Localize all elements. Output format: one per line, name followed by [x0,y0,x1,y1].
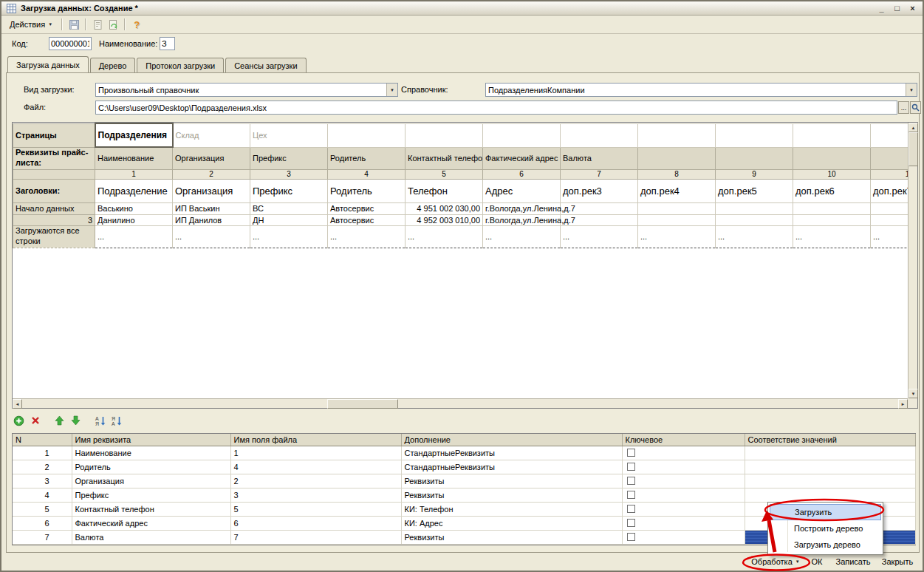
column-number[interactable]: 11 [871,169,908,179]
data-cell[interactable]: г.Вологда,ул.Ленина,д.7 [483,214,561,225]
key-checkbox[interactable] [627,491,635,499]
attr-header-cell[interactable]: Контактный телефон [405,147,483,169]
heading-cell[interactable]: доп.рек3 [561,179,638,202]
combo-dropdown-button[interactable]: ▼ [386,84,397,96]
scroll-left-icon[interactable]: ◄ [13,399,22,409]
add-row-button[interactable] [13,415,25,427]
addition-cell[interactable]: СтандартныеРеквизиты [401,460,622,474]
ellipsis-cell[interactable]: ... [871,225,908,248]
key-cell[interactable] [622,460,745,474]
tab-load-sessions[interactable]: Сеансы загрузки [225,58,306,72]
vertical-scrollbar[interactable]: ▲ ▼ [908,123,917,398]
table-row[interactable]: 4 Префикс 3 Реквизиты [13,488,915,502]
attr-name-cell[interactable]: Префикс [72,488,230,502]
data-cell[interactable] [716,202,793,214]
attr-header-cell[interactable]: Организация [173,147,250,169]
data-cell[interactable]: ИП Данилов [173,214,250,225]
attr-header-cell[interactable] [871,147,908,169]
ellipsis-cell[interactable]: ... [173,225,250,248]
sheet-page-tab-active[interactable]: Подразделения [95,123,173,147]
ellipsis-cell[interactable]: ... [95,225,173,248]
ellipsis-cell[interactable]: ... [561,225,638,248]
heading-cell[interactable]: Префикс [250,179,328,202]
ellipsis-cell[interactable]: ... [638,225,716,248]
file-field-cell[interactable]: 6 [230,516,401,530]
row-number[interactable]: 7 [13,530,72,544]
key-cell[interactable] [622,502,745,516]
row-number[interactable]: 5 [13,502,72,516]
scrollbar-thumb[interactable] [327,399,398,409]
key-cell[interactable] [622,488,745,502]
tab-load-protocol[interactable]: Протокол загрузки [137,58,224,72]
sheet-cell-empty[interactable] [793,123,871,147]
horizontal-scrollbar[interactable]: ◄ ► [13,398,908,408]
maximize-button[interactable]: □ [892,3,903,13]
column-number[interactable]: 8 [638,169,716,179]
attr-header-cell[interactable]: Префикс [250,147,328,169]
column-number[interactable]: 2 [173,169,250,179]
ellipsis-cell[interactable]: ... [793,225,871,248]
column-number[interactable]: 7 [561,169,638,179]
key-cell[interactable] [622,474,745,488]
load-kind-combo[interactable]: Произвольный справочник ▼ [95,83,398,97]
sheet-cell-empty[interactable] [716,123,793,147]
menu-item-build-tree[interactable]: Построить дерево [770,520,881,537]
attr-name-cell[interactable]: Валюта [72,530,230,544]
heading-cell[interactable]: Телефон [405,179,483,202]
scroll-right-icon[interactable]: ► [898,399,908,409]
sheet-cell-empty[interactable] [405,123,483,147]
attr-header-cell[interactable]: Валюта [561,147,638,169]
process-button[interactable]: Обработка ▼ [748,554,803,569]
addition-cell[interactable]: КИ: Адрес [401,516,622,530]
heading-cell[interactable]: Подразделение [95,179,173,202]
addition-cell[interactable]: Реквизиты [401,530,622,544]
column-number[interactable]: 10 [793,169,871,179]
addition-cell[interactable]: Реквизиты [401,474,622,488]
addition-cell[interactable]: СтандартныеРеквизиты [401,446,622,460]
addition-cell[interactable]: КИ: Телефон [401,502,622,516]
attr-header-cell[interactable]: Фактический адрес [483,147,561,169]
file-field-cell[interactable]: 5 [230,502,401,516]
data-cell[interactable]: Данилино [95,214,173,225]
heading-cell[interactable]: Адрес [483,179,561,202]
data-cell[interactable]: ДН [250,214,328,225]
data-cell[interactable]: Васькино [95,202,173,214]
scroll-up-icon[interactable]: ▲ [908,123,918,132]
ellipsis-cell[interactable]: ... [716,225,793,248]
data-cell[interactable]: Автосервис [328,202,405,214]
sheet-cell-empty[interactable] [871,123,908,147]
data-cell[interactable] [793,214,871,225]
data-cell[interactable] [871,202,908,214]
column-number[interactable]: 4 [328,169,405,179]
ellipsis-cell[interactable]: ... [250,225,328,248]
heading-cell[interactable]: доп.рек6 [793,179,871,202]
heading-cell[interactable]: доп.рек4 [638,179,716,202]
data-cell[interactable] [871,214,908,225]
ellipsis-cell[interactable]: ... [405,225,483,248]
close-form-button[interactable]: Закрыть [878,554,917,569]
data-cell[interactable] [638,214,716,225]
attr-header-cell[interactable]: Наименование [95,147,173,169]
data-cell[interactable]: ВС [250,202,328,214]
ok-button[interactable]: ОК [806,554,828,569]
column-header-key[interactable]: Ключевое [622,434,745,446]
table-row[interactable]: 3 Организация 2 Реквизиты [13,474,915,488]
file-field-cell[interactable]: 7 [230,530,401,544]
file-field-cell[interactable]: 3 [230,488,401,502]
code-input[interactable] [49,37,92,50]
key-cell[interactable] [622,530,745,544]
ellipsis-cell[interactable]: ... [328,225,405,248]
heading-cell[interactable]: доп.рек5 [716,179,793,202]
reread-icon[interactable] [106,18,120,31]
attr-header-cell[interactable] [716,147,793,169]
attr-header-cell[interactable] [793,147,871,169]
minimize-button[interactable]: _ [876,3,887,13]
post-document-icon[interactable] [91,18,104,31]
close-button[interactable]: × [907,3,918,13]
sheet-row-header-headings[interactable]: Заголовки: [13,179,95,202]
heading-cell[interactable]: Родитель [328,179,405,202]
file-search-button[interactable] [910,101,921,114]
tab-data-load[interactable]: Загрузка данных [7,56,89,72]
value-mapping-cell[interactable] [745,446,915,460]
ellipsis-cell[interactable]: ... [483,225,561,248]
